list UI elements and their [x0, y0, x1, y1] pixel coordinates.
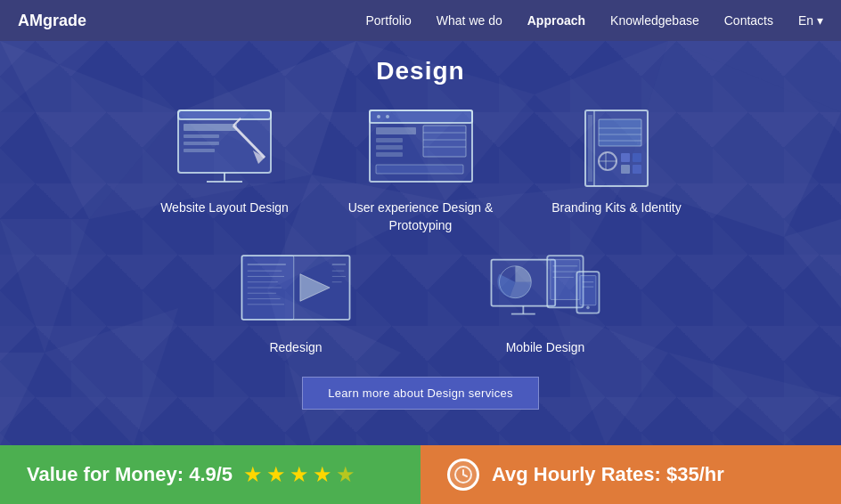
service-branding[interactable]: Branding Kits & Identity — [536, 103, 697, 234]
nav-contacts[interactable]: Contacts — [724, 13, 773, 28]
nav-portfolio[interactable]: Portfolio — [365, 13, 411, 28]
nav-what-we-do[interactable]: What we do — [437, 13, 502, 28]
svg-rect-19 — [184, 124, 237, 131]
service-website-layout[interactable]: Website Layout Design — [144, 103, 305, 234]
svg-rect-43 — [588, 115, 592, 182]
star-rating: ★ ★ ★ ★ ★ — [243, 462, 355, 487]
svg-rect-36 — [423, 126, 466, 157]
star-1: ★ — [243, 462, 263, 487]
svg-point-30 — [377, 115, 380, 118]
page-title: Design — [0, 41, 841, 85]
star-4: ★ — [313, 462, 332, 487]
svg-rect-18 — [178, 110, 271, 119]
lang-selector[interactable]: En ▾ — [798, 13, 823, 28]
service-redesign[interactable]: Redesign — [216, 243, 376, 357]
clock-icon — [447, 459, 479, 491]
svg-rect-33 — [376, 138, 403, 142]
svg-line-86 — [463, 475, 467, 476]
website-layout-label: Website Layout Design — [160, 199, 289, 217]
rate-text: Avg Hourly Rates: $35/hr — [492, 463, 724, 486]
ux-design-label: User experience Design & Prototyping — [340, 199, 501, 234]
ux-design-icon — [363, 103, 478, 192]
value-label: Value for Money: 4.9/5 — [27, 463, 233, 486]
logo[interactable]: AMgrade — [18, 12, 86, 30]
bottom-bar: Value for Money: 4.9/5 ★ ★ ★ ★ ★ Avg Hou… — [0, 445, 841, 504]
branding-label: Branding Kits & Identity — [551, 199, 682, 217]
service-ux-design[interactable]: User experience Design & Prototyping — [340, 103, 501, 234]
nav-knowledgebase[interactable]: Knowledgebase — [610, 13, 699, 28]
mobile-label: Mobile Design — [506, 339, 585, 357]
svg-rect-35 — [376, 152, 403, 157]
learn-more-button[interactable]: Learn more about Design services — [302, 377, 539, 410]
svg-rect-44 — [599, 119, 641, 146]
svg-rect-32 — [376, 127, 416, 134]
value-score: 4.9/5 — [189, 463, 233, 485]
svg-rect-34 — [376, 145, 403, 150]
rate-section: Avg Hourly Rates: $35/hr — [420, 445, 841, 504]
main-content: Design — [0, 41, 841, 445]
star-3: ★ — [290, 462, 309, 487]
nav-links: Portfolio What we do Approach Knowledgeb… — [365, 12, 773, 28]
svg-rect-51 — [621, 153, 630, 162]
service-mobile[interactable]: Mobile Design — [465, 243, 625, 357]
redesign-icon — [238, 243, 354, 332]
svg-rect-20 — [184, 134, 219, 138]
star-5-half: ★ — [336, 462, 355, 487]
svg-rect-22 — [184, 149, 215, 152]
svg-rect-53 — [621, 165, 630, 174]
services-row2: Redesign — [0, 234, 841, 357]
svg-rect-54 — [633, 165, 641, 174]
svg-rect-21 — [184, 142, 219, 145]
redesign-label: Redesign — [269, 339, 322, 357]
value-section: Value for Money: 4.9/5 ★ ★ ★ ★ ★ — [0, 445, 420, 504]
branding-icon — [559, 103, 674, 192]
nav-approach[interactable]: Approach — [527, 13, 585, 28]
svg-marker-14 — [668, 353, 841, 445]
services-row1: Website Layout Design — [0, 85, 841, 234]
svg-rect-40 — [376, 165, 463, 174]
svg-rect-29 — [370, 110, 472, 123]
svg-rect-80 — [580, 276, 596, 305]
value-label-text: Value for Money: — [27, 463, 184, 485]
svg-point-83 — [586, 306, 590, 310]
svg-marker-9 — [0, 353, 45, 445]
navbar: AMgrade Portfolio What we do Approach Kn… — [0, 0, 841, 41]
star-2: ★ — [266, 462, 286, 487]
svg-rect-52 — [633, 153, 641, 162]
mobile-design-icon — [487, 243, 603, 332]
svg-point-31 — [386, 115, 389, 118]
website-layout-icon — [167, 103, 282, 192]
